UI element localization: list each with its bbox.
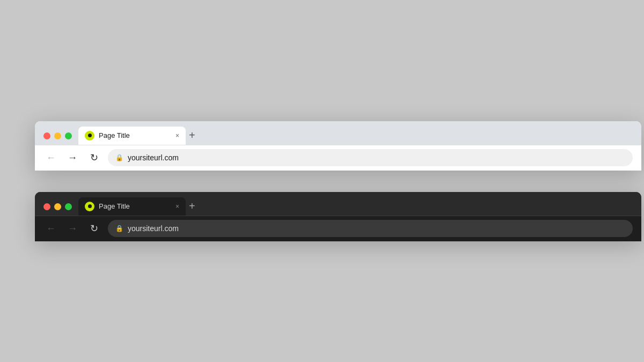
browser-dark: Page Title × + ← → ↻ 🔒 yoursiteurl.com bbox=[35, 192, 641, 241]
reload-button-light[interactable]: ↻ bbox=[86, 152, 101, 164]
minimize-dot-dark[interactable] bbox=[54, 203, 61, 210]
browser-light: Page Title × + ← → ↻ 🔒 yoursiteurl.com bbox=[35, 121, 641, 171]
new-tab-button-dark[interactable]: + bbox=[189, 201, 195, 216]
tab-bar-light: Page Title × + bbox=[35, 121, 641, 145]
close-dot-dark[interactable] bbox=[43, 203, 50, 210]
back-button-light[interactable]: ← bbox=[43, 152, 58, 164]
tab-close-dark[interactable]: × bbox=[175, 203, 179, 210]
active-tab-dark[interactable]: Page Title × bbox=[78, 197, 186, 216]
forward-button-light[interactable]: → bbox=[65, 152, 80, 164]
tab-title-light: Page Title bbox=[99, 131, 130, 139]
url-text-dark: yoursiteurl.com bbox=[128, 224, 179, 233]
tab-strip-light: Page Title × + bbox=[78, 127, 633, 145]
lock-icon-dark: 🔒 bbox=[115, 225, 123, 232]
close-dot-light[interactable] bbox=[43, 132, 50, 139]
lock-icon-light: 🔒 bbox=[115, 154, 123, 161]
reload-button-dark[interactable]: ↻ bbox=[86, 223, 101, 234]
tab-strip-dark: Page Title × + bbox=[78, 197, 633, 216]
tab-bar-dark: Page Title × + bbox=[35, 192, 641, 216]
active-tab-light[interactable]: Page Title × bbox=[78, 127, 186, 145]
traffic-lights-light bbox=[43, 132, 72, 145]
maximize-dot-dark[interactable] bbox=[65, 203, 72, 210]
tab-title-dark: Page Title bbox=[99, 202, 130, 210]
tab-close-light[interactable]: × bbox=[175, 132, 179, 139]
maximize-dot-light[interactable] bbox=[65, 132, 72, 139]
url-text-light: yoursiteurl.com bbox=[128, 153, 179, 162]
toolbar-light: ← → ↻ 🔒 yoursiteurl.com bbox=[35, 145, 641, 171]
address-bar-dark[interactable]: 🔒 yoursiteurl.com bbox=[108, 220, 633, 237]
address-bar-light[interactable]: 🔒 yoursiteurl.com bbox=[108, 149, 633, 166]
forward-button-dark[interactable]: → bbox=[65, 223, 80, 234]
favicon-dark bbox=[85, 202, 94, 211]
back-button-dark[interactable]: ← bbox=[43, 223, 58, 234]
traffic-lights-dark bbox=[43, 203, 72, 216]
toolbar-dark: ← → ↻ 🔒 yoursiteurl.com bbox=[35, 216, 641, 241]
minimize-dot-light[interactable] bbox=[54, 132, 61, 139]
favicon-light bbox=[85, 131, 94, 141]
new-tab-button-light[interactable]: + bbox=[189, 130, 195, 145]
